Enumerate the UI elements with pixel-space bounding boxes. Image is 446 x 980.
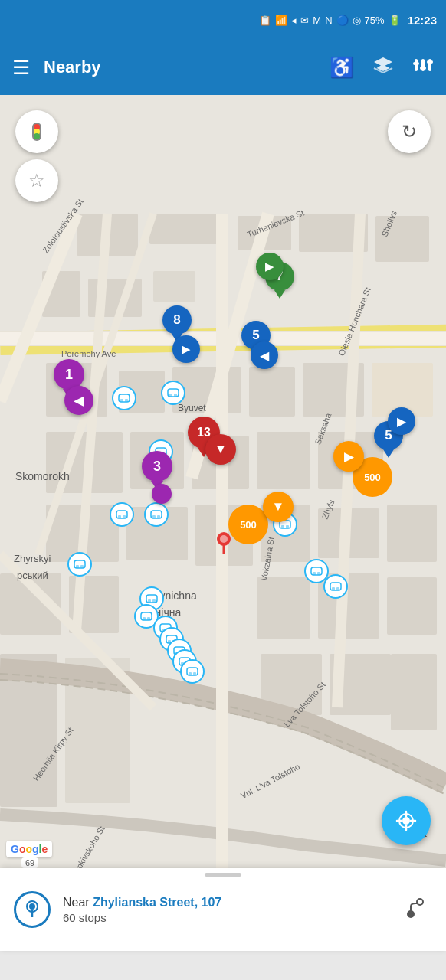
svg-rect-80 [317, 572, 320, 575]
svg-rect-61 [169, 394, 172, 397]
near-label: Near Zhylianska Street, 107 [63, 896, 398, 910]
bus-stop-16[interactable] [180, 659, 205, 684]
svg-point-111 [408, 911, 414, 917]
google-attribution: 69 [21, 858, 38, 868]
red-location-pin [216, 531, 231, 559]
cluster-5a-arrow[interactable]: ◀ [251, 341, 278, 369]
filters-button[interactable] [412, 54, 434, 80]
svg-rect-68 [123, 515, 126, 518]
favorites-button[interactable]: ☆ [15, 159, 58, 202]
status-bar: 📋 📶 ◂ ✉ M N 🔵 ◎ 75% 🔋 12:23 [0, 0, 446, 40]
svg-rect-79 [313, 572, 316, 575]
svg-rect-58 [120, 399, 123, 402]
direction-icon: ◂ [291, 15, 297, 26]
svg-rect-74 [286, 525, 289, 528]
battery-percent: 75% [365, 15, 385, 26]
route-button[interactable] [398, 891, 432, 928]
near-prefix: Near [63, 896, 90, 909]
battery-icon: 🔋 [389, 15, 401, 26]
star-icon: ☆ [28, 170, 45, 191]
menu-button[interactable]: ☰ [12, 56, 30, 80]
map-area[interactable]: Zolotoustivska St Turhenievska St Sholiv… [0, 95, 446, 868]
svg-rect-82 [332, 587, 335, 590]
svg-rect-3 [413, 62, 419, 65]
google-logo: Google [6, 841, 52, 858]
sim-icon: 📋 [259, 15, 271, 26]
svg-rect-4 [420, 67, 426, 70]
svg-rect-14 [153, 271, 195, 302]
svg-point-107 [402, 817, 410, 825]
svg-rect-73 [281, 525, 284, 528]
bottom-info-text: Near Zhylianska Street, 107 60 stops [63, 896, 398, 924]
bus-stop-7[interactable] [67, 552, 92, 577]
orange-arrow-1[interactable]: ▶ [333, 441, 364, 472]
svg-rect-85 [148, 599, 151, 603]
svg-rect-104 [193, 672, 196, 675]
svg-rect-59 [125, 399, 128, 402]
cluster-7-arrow[interactable]: ▶ [256, 253, 284, 280]
svg-rect-32 [387, 505, 437, 562]
cluster-3-dot[interactable] [152, 484, 172, 504]
svg-rect-67 [118, 515, 121, 518]
svg-rect-71 [157, 515, 160, 518]
svg-point-106 [220, 535, 228, 543]
cluster-5b-arrow[interactable]: ▶ [388, 407, 415, 435]
msg-icon: ✉ [300, 15, 309, 26]
svg-point-109 [29, 903, 35, 910]
bottom-panel: Near Zhylianska Street, 107 60 stops [0, 868, 446, 951]
svg-rect-25 [257, 432, 310, 489]
svg-rect-42 [391, 654, 437, 730]
svg-rect-88 [143, 617, 146, 620]
svg-rect-37 [387, 577, 437, 635]
svg-rect-83 [336, 587, 339, 590]
svg-rect-76 [76, 565, 79, 568]
bus-stop-9[interactable] [323, 574, 348, 599]
stops-count: 60 stops [63, 911, 398, 924]
layers-button[interactable] [372, 54, 394, 80]
svg-rect-70 [152, 515, 156, 518]
svg-rect-19 [249, 367, 295, 416]
svg-rect-89 [147, 617, 150, 620]
svg-rect-62 [174, 394, 177, 397]
badge-500-2[interactable]: 500 [228, 505, 268, 544]
refresh-icon: ↻ [402, 121, 417, 142]
cluster-8-arrow[interactable]: ▶ [172, 335, 200, 363]
refresh-button[interactable]: ↻ [388, 110, 431, 153]
top-bar-actions: ♿ [330, 54, 434, 80]
svg-rect-103 [189, 672, 192, 675]
location-indicator [14, 891, 51, 928]
nfc-icon: N [325, 15, 332, 26]
svg-rect-86 [152, 599, 156, 603]
svg-point-112 [417, 899, 423, 905]
drag-handle[interactable] [205, 873, 241, 877]
mail-icon: M [313, 15, 321, 26]
my-location-button[interactable] [382, 796, 431, 845]
svg-rect-77 [80, 565, 84, 568]
traffic-light-button[interactable] [15, 110, 58, 153]
svg-point-56 [34, 133, 40, 139]
svg-rect-8 [149, 214, 226, 244]
orange-arrow-2[interactable]: ▼ [263, 492, 294, 522]
svg-rect-11 [375, 216, 429, 262]
location-icon: ◎ [353, 15, 361, 26]
bus-stop-4[interactable] [110, 502, 134, 527]
top-bar: ☰ Nearby ♿ [0, 40, 446, 95]
svg-rect-5 [427, 60, 433, 64]
bus-stop-1[interactable] [112, 386, 136, 410]
bus-stop-5[interactable] [144, 502, 169, 527]
bus-stop-2[interactable] [161, 381, 185, 405]
cluster-1-arrow[interactable]: ◀ [64, 386, 93, 415]
bluetooth-icon: 🔵 [336, 15, 349, 26]
accessibility-button[interactable]: ♿ [330, 56, 354, 80]
page-title: Nearby [44, 57, 319, 77]
street-name[interactable]: Zhylianska Street, 107 [93, 896, 221, 909]
wifi-icon: 📶 [275, 15, 287, 26]
status-time: 12:23 [408, 14, 437, 27]
svg-rect-35 [257, 577, 310, 639]
status-icons: 📋 📶 ◂ ✉ M N 🔵 ◎ 75% 🔋 12:23 [259, 14, 437, 27]
cluster-13-arrow[interactable]: ▼ [205, 434, 236, 465]
